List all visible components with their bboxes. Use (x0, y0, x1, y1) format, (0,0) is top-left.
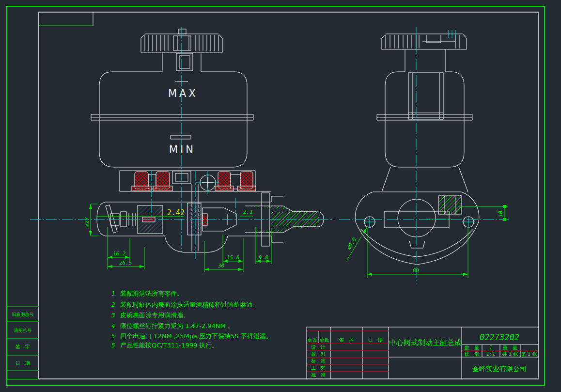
title-block: 更改 处数 签 字 日 期 设 计 校 对 标 准 工 艺 批 准 中心阀式制动… (307, 327, 538, 379)
side-view-dimensions: 80 ø9.6 10 (346, 205, 508, 278)
margin-row-lines (7, 307, 39, 379)
rev-header-change: 更改 (308, 337, 317, 343)
product-name: 中心阀式制动主缸总成 (389, 338, 462, 347)
qty-value: 1 (489, 345, 492, 350)
dim-bore-diameter: ø27 (84, 217, 90, 227)
approval-row-standard: 标 准 (311, 358, 326, 363)
sheet-number: 第 1 张 (521, 351, 537, 357)
rev-header-count: 处数 (320, 337, 329, 343)
scale-value: 1:1 (486, 351, 495, 357)
note-number: 3 (111, 312, 115, 319)
dim-2-1: 2.1 (243, 209, 253, 215)
dim-16-2: 16.2 (113, 251, 126, 257)
note-number: 4 (111, 322, 115, 329)
dim-10: 10 (498, 210, 504, 217)
cad-drawing-canvas: 旧底图总号 底图总号 签 字 日 期 MAX MIN (0, 0, 561, 392)
note-text: 装配前清洗所有零件。 (120, 290, 183, 297)
dim-30: 30 (218, 263, 225, 269)
drawing-number: 02273202 (480, 332, 519, 342)
margin-column: 旧底图总号 底图总号 签 字 日 期 (7, 307, 39, 379)
company-name: 金峰实业有限公司 (472, 365, 527, 373)
min-level-label: MIN (169, 144, 196, 156)
reservoir-band (91, 114, 253, 120)
sensor-port (438, 196, 462, 214)
hole-crosshairs (363, 216, 475, 228)
dim-80: 80 (413, 267, 420, 274)
dim-26-5: 26.5 (119, 260, 132, 266)
bore-circle (398, 199, 436, 237)
side-view: 80 ø9.6 10 (339, 27, 509, 283)
scale-label: 比 例 (465, 351, 479, 357)
max-level-label: MAX (168, 88, 198, 99)
margin-label-date: 日 期 (16, 361, 30, 366)
dim-9-8: 9.8 (259, 254, 268, 261)
front-section-view: MAX MIN (30, 27, 334, 272)
note-text: 皮碗表面涂专用润滑脂。 (120, 312, 189, 319)
side-reservoir (377, 49, 472, 167)
technical-notes: 1 装配前清洗所有零件。 2 装配时缸体内表面涂抹适量酒精稀释过的蓖麻油。 3 … (111, 290, 272, 349)
weight-label: 重 量 (502, 345, 517, 350)
dim-hole-diameter: ø9.6 (346, 236, 358, 251)
dim-2-42: 2.42 (167, 208, 185, 217)
note-text: 四个出油口 12NM ,25Mpa 压力下保持5S 不得泄漏。 (120, 332, 272, 340)
margin-label-old-base-number: 旧底图总号 (12, 312, 34, 317)
bottom-notch (409, 241, 425, 248)
inner-tube (408, 73, 443, 119)
outlet-boss (165, 236, 228, 252)
cad-viewport: 旧底图总号 底图总号 签 字 日 期 MAX MIN (0, 0, 561, 392)
qty-label: 数 量 (464, 345, 479, 350)
dim-15-8: 15.8 (227, 254, 240, 261)
side-filler-cap (382, 30, 467, 49)
approval-row-check: 校 对 (311, 351, 326, 357)
piston-hatched-blocks (138, 203, 207, 235)
rev-header-date: 日 期 (368, 337, 383, 343)
mounting-flange (355, 167, 479, 265)
approval-row-process: 工 艺 (311, 365, 326, 371)
note-number: 2 (111, 301, 115, 308)
sheet-border-frame (7, 6, 545, 385)
note-text: 产品性能按QC/T311-1999 执行。 (120, 342, 218, 349)
rev-header-sign: 签 字 (339, 337, 354, 343)
margin-label-base-number: 底图总号 (14, 328, 31, 333)
margin-label-signature: 签 字 (16, 344, 30, 349)
approval-row-approve: 批 准 (311, 372, 326, 377)
note-text: 限位螺丝钉拧紧力矩为 1.47-2.94NM 。 (120, 322, 234, 329)
approval-row-design: 设 计 (311, 345, 326, 350)
side-cap-knurling (386, 35, 416, 48)
outer-border (7, 6, 545, 385)
min-mark (171, 136, 191, 139)
note-number: 1 (111, 290, 115, 297)
note-text: 装配时缸体内表面涂抹适量酒精稀释过的蓖麻油。 (120, 301, 259, 308)
sheets-total: 共 1 张 (502, 351, 518, 357)
note-number: 5 (111, 342, 115, 349)
note-number: 5 (111, 332, 115, 340)
